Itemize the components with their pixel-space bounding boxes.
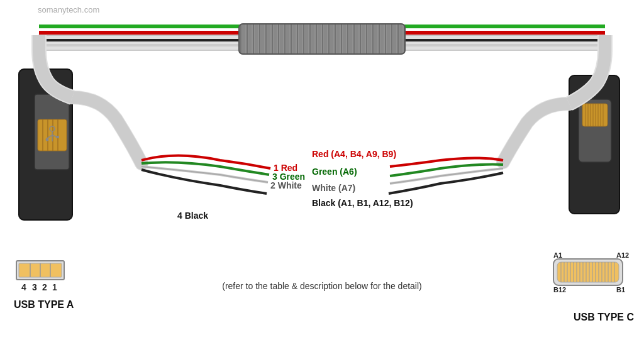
usba-pin1: 1: [52, 282, 57, 292]
svg-point-21: [46, 138, 49, 141]
right-label-red: Red (A4, B4, A9, B9): [312, 149, 396, 159]
right-label-white: White (A7): [312, 183, 355, 193]
caption-text: (refer to the table & description below …: [222, 281, 422, 291]
main-diagram: somanytech.com ⇅: [0, 0, 644, 362]
svg-rect-25: [582, 104, 608, 126]
usbc-b12: B12: [553, 286, 566, 293]
left-label-white: 2 White: [270, 180, 302, 190]
wiring-diagram-svg: ⇅ 1 Red 3 Green 2 White: [0, 0, 644, 362]
usb-type-c-label: USB TYPE C: [574, 312, 634, 322]
usba-pin2: 2: [42, 282, 47, 292]
right-label-black: Black (A1, B1, A12, B12): [312, 198, 413, 208]
right-label-green: Green (A6): [312, 167, 357, 177]
usbc-a12: A12: [616, 251, 629, 259]
svg-rect-5: [239, 24, 405, 54]
usbc-b1: B1: [616, 286, 625, 293]
svg-rect-22: [56, 136, 59, 138]
usba-pin3: 3: [32, 282, 37, 292]
usbc-a1: A1: [553, 251, 562, 259]
left-label-black: 4 Black: [177, 211, 208, 221]
usb-type-a-label: USB TYPE A: [14, 299, 74, 310]
svg-rect-40: [557, 262, 619, 282]
usba-pin4: 4: [21, 282, 26, 292]
